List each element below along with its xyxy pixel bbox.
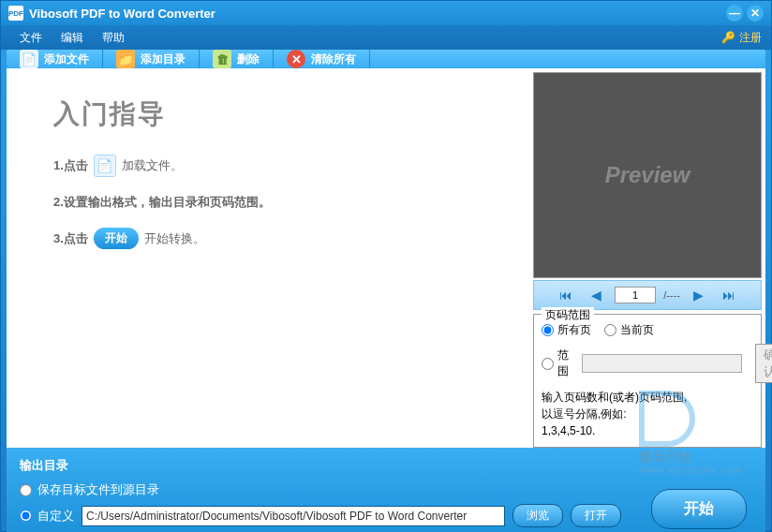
radio-current-page[interactable]: 当前页 — [604, 322, 654, 338]
pager: ⏮ ◀ /---- ▶ ⏭ — [533, 280, 762, 310]
clear-icon: ✕ — [287, 50, 305, 68]
register-link[interactable]: 🔑 注册 — [721, 30, 762, 46]
guide-title: 入门指导 — [53, 96, 505, 132]
menu-help[interactable]: 帮助 — [93, 30, 134, 46]
delete-label: 删除 — [237, 52, 260, 67]
delete-button[interactable]: 🗑 删除 — [200, 50, 274, 68]
add-folder-button[interactable]: 📁 添加目录 — [103, 50, 200, 68]
range-hint: 输入页码数和(或者)页码范围, 以逗号分隔,例如: 1,3,4,5-10. — [542, 389, 753, 439]
radio-range[interactable]: 范围 — [542, 347, 569, 379]
minimize-button[interactable]: — — [726, 5, 743, 22]
step1-suffix: 加载文件。 — [122, 157, 183, 174]
guide-panel: 入门指导 1.点击 📄 加载文件。 2.设置输出格式，输出目录和页码范围。 3.… — [7, 68, 533, 448]
pager-last-button[interactable]: ⏭ — [717, 286, 741, 304]
add-folder-label: 添加目录 — [141, 52, 186, 67]
range-confirm-button[interactable]: 确认 — [755, 344, 772, 383]
trash-icon: 🗑 — [213, 50, 231, 68]
menubar: 文件 编辑 帮助 🔑 注册 — [1, 25, 771, 50]
output-path-input[interactable] — [82, 506, 505, 526]
menu-edit[interactable]: 编辑 — [52, 30, 93, 46]
pager-next-button[interactable]: ▶ — [688, 286, 709, 304]
app-title: Vibosoft PDF to Word Converter — [29, 7, 722, 21]
close-button[interactable]: ✕ — [747, 5, 764, 22]
start-button[interactable]: 开始 — [651, 489, 747, 529]
content-area: 📄 添加文件 📁 添加目录 🗑 删除 ✕ 清除所有 入门指导 1.点击 — [7, 50, 765, 525]
start-pill-inline: 开始 — [94, 228, 139, 249]
radio-range-input[interactable] — [542, 358, 554, 370]
pager-prev-button[interactable]: ◀ — [586, 286, 607, 304]
browse-button[interactable]: 浏览 — [512, 504, 563, 527]
add-file-button[interactable]: 📄 添加文件 — [7, 50, 103, 68]
file-add-icon: 📄 — [20, 50, 38, 68]
clear-all-button[interactable]: ✕ 清除所有 — [274, 50, 370, 68]
key-icon: 🔑 — [721, 31, 735, 44]
toolbar: 📄 添加文件 📁 添加目录 🗑 删除 ✕ 清除所有 — [7, 50, 765, 68]
preview-box: Preview — [533, 72, 762, 278]
step2-text: 2.设置输出格式，输出目录和页码范围。 — [53, 194, 271, 211]
output-title: 输出目录 — [20, 457, 752, 474]
app-logo-icon: PDF — [8, 6, 23, 21]
add-file-label: 添加文件 — [44, 52, 89, 67]
app-window: PDF Vibosoft PDF to Word Converter — ✕ 文… — [0, 0, 772, 532]
output-panel: 输出目录 保存目标文件到源目录 自定义 浏览 打开 开始 — [7, 448, 765, 532]
range-input[interactable] — [582, 354, 742, 373]
range-legend: 页码范围 — [542, 307, 594, 323]
main-row: 入门指导 1.点击 📄 加载文件。 2.设置输出格式，输出目录和页码范围。 3.… — [7, 68, 765, 448]
preview-label: Preview — [605, 162, 690, 188]
open-button[interactable]: 打开 — [571, 504, 621, 527]
step1-prefix: 1.点击 — [53, 157, 88, 174]
pager-first-button[interactable]: ⏮ — [554, 286, 578, 304]
radio-all-pages[interactable]: 所有页 — [542, 322, 591, 338]
folder-icon: 📁 — [116, 50, 135, 68]
radio-custom[interactable]: 自定义 — [20, 508, 74, 525]
menu-file[interactable]: 文件 — [10, 30, 52, 46]
guide-step-3: 3.点击 开始 开始转换。 — [53, 228, 505, 249]
radio-all-pages-input[interactable] — [542, 324, 554, 336]
register-label: 注册 — [739, 30, 762, 46]
pager-total: /---- — [663, 289, 680, 301]
radio-custom-input[interactable] — [20, 510, 32, 522]
clear-all-label: 清除所有 — [311, 52, 356, 67]
radio-save-source-input[interactable] — [20, 484, 32, 496]
guide-step-1: 1.点击 📄 加载文件。 — [53, 155, 505, 177]
pager-page-input[interactable] — [615, 287, 656, 303]
radio-save-source[interactable]: 保存目标文件到源目录 — [20, 481, 159, 498]
guide-step-2: 2.设置输出格式，输出目录和页码范围。 — [53, 194, 505, 211]
step3-prefix: 3.点击 — [53, 230, 88, 247]
page-range-group: 页码范围 所有页 当前页 范围 确认 输入页码数和(或者)页码范围, 以逗号分隔… — [533, 314, 762, 448]
titlebar: PDF Vibosoft PDF to Word Converter — ✕ — [1, 1, 771, 25]
right-panel: Preview ⏮ ◀ /---- ▶ ⏭ 页码范围 所有页 当前页 — [533, 68, 765, 448]
step3-suffix: 开始转换。 — [144, 230, 205, 247]
radio-current-page-input[interactable] — [604, 324, 616, 336]
file-add-inline-icon: 📄 — [94, 155, 116, 177]
